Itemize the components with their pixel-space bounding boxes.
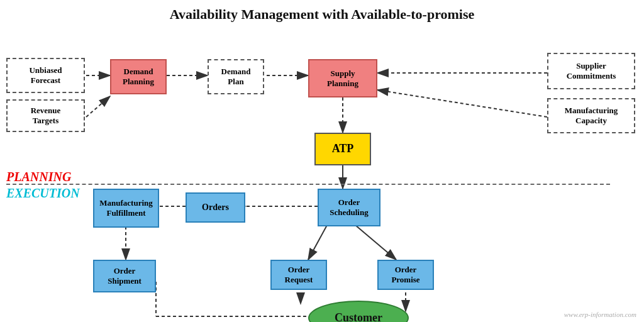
atp-box: ATP: [314, 133, 371, 165]
demand-planning-box: Demand Planning: [110, 59, 167, 94]
svg-line-7: [377, 90, 547, 117]
svg-line-3: [86, 96, 110, 117]
revenue-targets-box: Revenue Targets: [6, 99, 85, 132]
order-scheduling-box: Order Scheduling: [318, 189, 380, 226]
svg-line-13: [308, 225, 327, 260]
orders-box: Orders: [186, 192, 245, 223]
order-shipment-box: Order Shipment: [93, 260, 156, 292]
order-promise-box: Order Promise: [377, 260, 434, 290]
order-request-box: Order Request: [270, 260, 327, 290]
supplier-commitments-box: Supplier Commitments: [547, 53, 635, 89]
main-title: Availability Management with Available-t…: [0, 0, 644, 26]
customer-ellipse: Customer: [308, 301, 409, 322]
manufacturing-fulfillment-box: Manufacturing Fulfillment: [93, 189, 159, 228]
planning-label: PLANNING: [6, 170, 71, 184]
svg-line-14: [355, 225, 396, 260]
manufacturing-capacity-box: Manufacturing Capacity: [547, 98, 635, 133]
supply-planning-box: Supply Planning: [308, 59, 377, 97]
divider: [6, 184, 610, 185]
watermark: www.erp-information.com: [564, 311, 636, 318]
demand-plan-box: Demand Plan: [208, 59, 264, 94]
diagram-area: Unbiased Forecast Revenue Targets Demand…: [0, 30, 644, 322]
unbiased-forecast-box: Unbiased Forecast: [6, 58, 85, 93]
execution-label: EXECUTION: [6, 186, 80, 201]
